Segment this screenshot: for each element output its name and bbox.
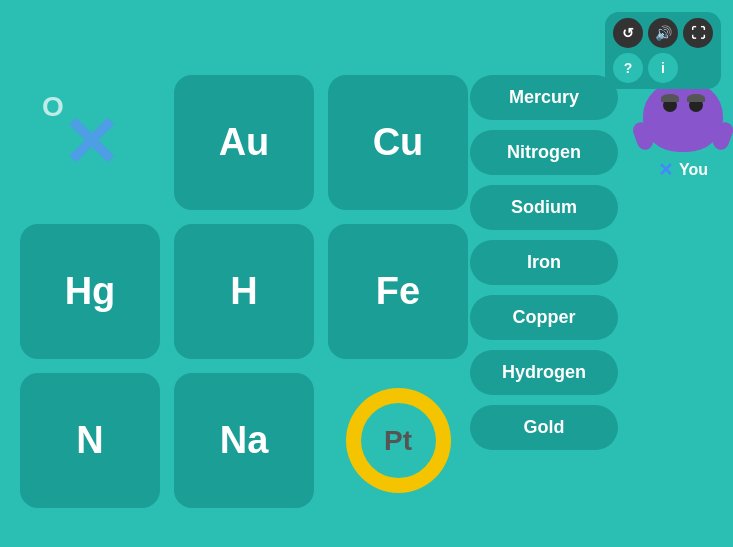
tile-Hg[interactable]: Hg xyxy=(20,224,160,359)
answer-group-1: Mercury Nitrogen xyxy=(470,75,618,175)
undo-button[interactable]: ↺ xyxy=(613,18,643,48)
tile-Au-label: Au xyxy=(219,121,270,164)
tile-H-label: H xyxy=(230,270,257,313)
answer-gold[interactable]: Gold xyxy=(470,405,618,450)
avatar-eyes xyxy=(663,98,703,112)
you-label: You xyxy=(679,161,708,179)
element-grid: ✕ O Au Cu Hg H Fe N Na Pt xyxy=(20,75,468,508)
answer-group-2: Sodium Iron xyxy=(470,185,618,285)
answer-hydrogen[interactable]: Hydrogen xyxy=(470,350,618,395)
answers-area: Mercury Nitrogen Sodium Iron Copper Hydr… xyxy=(470,75,618,450)
tile-Au[interactable]: Au xyxy=(174,75,314,210)
answer-sodium[interactable]: Sodium xyxy=(470,185,618,230)
toolbar-top-row: ↺ 🔊 ⛶ xyxy=(613,18,713,48)
tile-Na-label: Na xyxy=(220,419,269,462)
toolbar-bottom-row: ? i xyxy=(613,53,713,83)
tile-N[interactable]: N xyxy=(20,373,160,508)
tile-Na[interactable]: Na xyxy=(174,373,314,508)
tile-Fe-label: Fe xyxy=(376,270,420,313)
avatar-area: ✕ You xyxy=(643,80,723,184)
answer-iron[interactable]: Iron xyxy=(470,240,618,285)
tile-O[interactable]: ✕ O xyxy=(20,75,160,210)
x-cross-icon: ✕ xyxy=(61,102,120,184)
tile-Hg-label: Hg xyxy=(65,270,116,313)
help-button[interactable]: ? xyxy=(613,53,643,83)
avatar-arms xyxy=(643,122,723,150)
avatar-body xyxy=(643,80,723,152)
answer-group-3: Copper Hydrogen Gold xyxy=(470,295,618,450)
ring-inner: Pt xyxy=(361,403,436,478)
tile-Cu-label: Cu xyxy=(373,121,424,164)
toolbar: ↺ 🔊 ⛶ ? i xyxy=(605,12,721,89)
tile-Pt-label: Pt xyxy=(384,425,412,457)
fullscreen-button[interactable]: ⛶ xyxy=(683,18,713,48)
tile-Pt[interactable]: Pt xyxy=(328,373,468,508)
avatar-eye-left xyxy=(663,98,677,112)
tile-Fe[interactable]: Fe xyxy=(328,224,468,359)
sound-button[interactable]: 🔊 xyxy=(648,18,678,48)
avatar-arm-left xyxy=(631,120,656,152)
answer-copper[interactable]: Copper xyxy=(470,295,618,340)
answer-nitrogen[interactable]: Nitrogen xyxy=(470,130,618,175)
ring-outer: Pt xyxy=(346,388,451,493)
tile-Cu[interactable]: Cu xyxy=(328,75,468,210)
tile-O-label: O xyxy=(42,91,64,123)
info-button[interactable]: i xyxy=(648,53,678,83)
you-label-row: ✕ You xyxy=(650,156,716,184)
avatar-arm-right xyxy=(711,120,733,152)
tile-N-label: N xyxy=(76,419,103,462)
x-mark-icon: ✕ xyxy=(658,159,673,181)
avatar-eye-right xyxy=(689,98,703,112)
answer-mercury[interactable]: Mercury xyxy=(470,75,618,120)
tile-H[interactable]: H xyxy=(174,224,314,359)
